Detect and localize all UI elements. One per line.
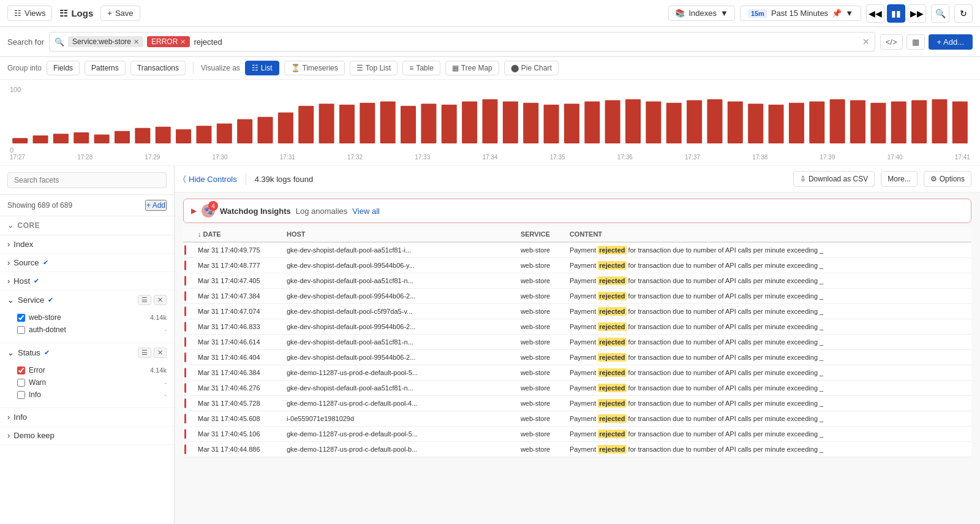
fields-button[interactable]: Fields <box>47 61 80 75</box>
svg-rect-25 <box>523 103 538 143</box>
table-row[interactable]: Mar 31 17:40:44.886gke-demo-11287-us-pro… <box>183 442 971 457</box>
search-label: Search for <box>7 37 44 47</box>
table-row[interactable]: Mar 31 17:40:46.614gke-dev-shopist-defau… <box>183 335 971 350</box>
more-button[interactable]: More... <box>881 171 917 187</box>
log-host: gke-dev-shopist-default-pool-99544b06-2.… <box>282 319 516 335</box>
table-row[interactable]: Mar 31 17:40:46.276gke-dev-shopist-defau… <box>183 381 971 396</box>
svg-rect-23 <box>482 99 497 143</box>
sidebar-item-info[interactable]: › Info <box>0 408 174 427</box>
sidebar-item-index[interactable]: › Index <box>0 235 174 254</box>
svg-rect-13 <box>278 113 293 143</box>
pie-chart-button[interactable]: ⬤ Pie Chart <box>504 61 559 75</box>
list-view-button[interactable]: ☷ List <box>245 61 279 75</box>
remove-filter-button[interactable]: ✕ <box>154 347 167 358</box>
toolbar-separator <box>193 62 194 74</box>
clear-search-button[interactable]: ✕ <box>862 37 870 47</box>
log-service: web-store <box>516 350 565 365</box>
log-host: i-0e559071e1981029d <box>282 411 516 427</box>
add-button[interactable]: + Add... <box>929 34 973 50</box>
error-tag[interactable]: ERROR ✕ <box>147 36 190 47</box>
chevron-down-icon[interactable]: ⌄ <box>7 295 14 305</box>
status-option-count: - <box>164 379 167 386</box>
table-header-row: ↓ DATEHOSTSERVICECONTENT <box>183 227 971 242</box>
service-checkbox[interactable] <box>17 314 25 322</box>
svg-rect-44 <box>911 100 927 143</box>
copy-button[interactable]: ▦ <box>907 34 925 50</box>
pause-button[interactable]: ▮▮ <box>887 4 905 23</box>
options-button[interactable]: ⚙ Options <box>924 171 971 187</box>
code-view-button[interactable]: </> <box>880 34 903 50</box>
table-row[interactable]: Mar 31 17:40:46.384gke-demo-11287-us-pro… <box>183 365 971 381</box>
indexes-dropdown[interactable]: 📚 Indexes ▼ <box>668 6 734 21</box>
log-date: Mar 31 17:40:45.106 <box>193 427 282 442</box>
status-checkbox[interactable] <box>17 379 25 387</box>
log-content: Payment rejected for transaction due to … <box>565 242 971 258</box>
table-row[interactable]: Mar 31 17:40:47.074gke-dev-shopist-defau… <box>183 304 971 319</box>
chevron-down-icon[interactable]: ⌄ <box>7 348 14 357</box>
log-service: web-store <box>516 381 565 396</box>
tree-map-button[interactable]: ▦ Tree Map <box>445 61 499 75</box>
transactions-button[interactable]: Transactions <box>130 61 186 75</box>
save-button[interactable]: + Save <box>100 6 140 21</box>
patterns-button[interactable]: Patterns <box>85 61 126 75</box>
remove-filter-button[interactable]: ✕ <box>154 295 167 305</box>
svg-rect-30 <box>625 99 641 143</box>
controls-bar: 〈 Hide Controls 4.39k logs found ⇩ Downl… <box>175 166 980 192</box>
search-bar: Search for 🔍 Service:web-store ✕ ERROR ✕… <box>0 27 980 57</box>
table-row[interactable]: Mar 31 17:40:46.833gke-dev-shopist-defau… <box>183 319 971 335</box>
gear-icon: ⚙ <box>930 175 937 183</box>
search-magnifier-icon: 🔍 <box>55 37 64 47</box>
service-option: auth-dotnet- <box>17 324 167 336</box>
log-content: Payment rejected for transaction due to … <box>565 381 971 396</box>
log-date: Mar 31 17:40:47.074 <box>193 304 282 319</box>
top-list-button[interactable]: ☰ Top List <box>350 61 398 75</box>
table-row[interactable]: Mar 31 17:40:46.404gke-dev-shopist-defau… <box>183 350 971 365</box>
table-button[interactable]: ≡ Table <box>402 61 440 75</box>
sidebar-item-demo-keep[interactable]: › Demo keep <box>0 427 174 445</box>
prev-button[interactable]: ◀◀ <box>866 4 884 23</box>
table-row[interactable]: Mar 31 17:40:49.775gke-dev-shopist-defau… <box>183 242 971 258</box>
table-row[interactable]: Mar 31 17:40:47.384gke-dev-shopist-defau… <box>183 289 971 304</box>
status-option-label: Info <box>29 390 160 399</box>
log-date: Mar 31 17:40:44.886 <box>193 442 282 457</box>
time-range-button[interactable]: 15m Past 15 Minutes 📌 ▼ <box>740 6 861 21</box>
views-button[interactable]: ☷ Views <box>7 6 52 21</box>
next-button[interactable]: ▶▶ <box>908 4 926 23</box>
watchdog-banner[interactable]: ▶ 🐾 4 Watchdog Insights Log anomalies Vi… <box>183 199 971 223</box>
filter-button[interactable]: ☰ <box>138 347 151 358</box>
table-row[interactable]: Mar 31 17:40:48.777gke-dev-shopist-defau… <box>183 258 971 273</box>
log-host: gke-demo-11287-us-prod-c-default-pool-b.… <box>282 442 516 457</box>
table-row[interactable]: Mar 31 17:40:45.728gke-demo-11287-us-pro… <box>183 396 971 411</box>
sidebar-item-source[interactable]: › Source ✔ <box>0 254 174 272</box>
log-service: web-store <box>516 396 565 411</box>
logs-found: 4.39k logs found <box>255 175 787 184</box>
table-row[interactable]: Mar 31 17:40:47.405gke-dev-shopist-defau… <box>183 273 971 289</box>
filter-button[interactable]: ☰ <box>138 295 151 305</box>
hide-controls-button[interactable]: 〈 Hide Controls <box>183 174 237 184</box>
status-checkbox[interactable] <box>17 366 25 374</box>
svg-rect-17 <box>360 103 375 143</box>
refresh-button[interactable]: ↻ <box>954 4 973 23</box>
watchdog-expand-icon[interactable]: ▶ <box>191 207 197 215</box>
log-host: gke-demo-11287-us-prod-e-default-pool-5.… <box>282 365 516 381</box>
svg-rect-2 <box>53 134 69 143</box>
add-facet-button[interactable]: + Add <box>145 200 167 211</box>
timeseries-button[interactable]: ⏳ Timeseries <box>284 61 345 75</box>
status-checkbox-list: Error4.14kWarn-Info- <box>7 362 167 403</box>
service-checkbox[interactable] <box>17 326 25 334</box>
status-checkbox[interactable] <box>17 391 25 399</box>
service-tag[interactable]: Service:web-store ✕ <box>68 36 143 47</box>
verified-icon: ✔ <box>43 259 48 267</box>
search-icon-button[interactable]: 🔍 <box>931 4 949 23</box>
search-input-area[interactable]: 🔍 Service:web-store ✕ ERROR ✕ rejected ✕ <box>49 32 875 51</box>
search-facets-input[interactable] <box>7 172 167 188</box>
svg-rect-21 <box>442 105 457 143</box>
table-row[interactable]: Mar 31 17:40:45.106gke-demo-11287-us-pro… <box>183 427 971 442</box>
table-header: ↓ DATEHOSTSERVICECONTENT <box>183 227 971 242</box>
error-tag-close[interactable]: ✕ <box>180 38 186 46</box>
sidebar-item-host[interactable]: › Host ✔ <box>0 272 174 290</box>
table-row[interactable]: Mar 31 17:40:45.608i-0e559071e1981029dwe… <box>183 411 971 427</box>
service-tag-close[interactable]: ✕ <box>134 38 139 46</box>
download-button[interactable]: ⇩ Download as CSV <box>793 171 875 187</box>
watchdog-view-all[interactable]: View all <box>352 207 380 216</box>
